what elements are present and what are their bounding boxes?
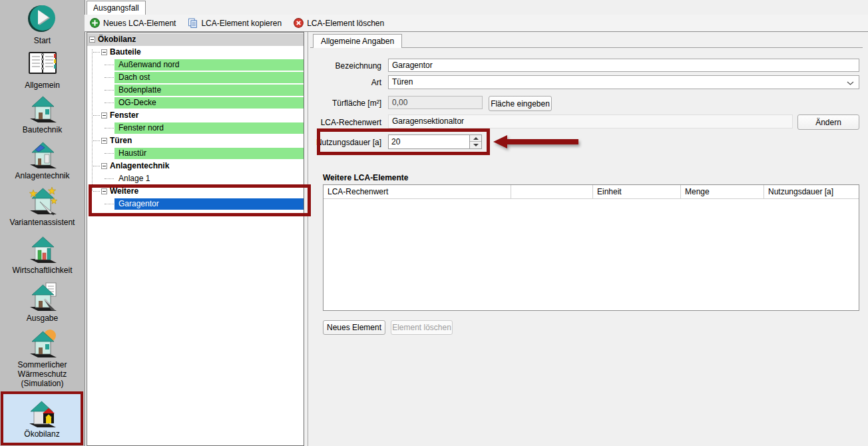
house-sun-icon (27, 328, 59, 358)
tree-item-band: OG-Decke (114, 97, 304, 109)
neues-element-button[interactable]: Neues Element (323, 320, 385, 335)
table-column-header[interactable]: Einheit (593, 185, 681, 198)
tree-item-band: Außenwand nord (114, 59, 304, 71)
sidebar-item-label: Variantenassistent (8, 218, 77, 227)
bezeichnung-label: Bezeichnung (305, 61, 381, 71)
toolbar-button-label: LCA-Element kopieren (201, 19, 282, 28)
bezeichnung-input[interactable] (388, 59, 859, 72)
art-select[interactable]: Türen (388, 75, 859, 89)
tree-item-band: Bodenplatte (114, 85, 304, 96)
sidebar-item-label: Allgemein (23, 81, 62, 90)
house-icon (27, 93, 59, 123)
tree-expander-icon[interactable] (101, 163, 107, 169)
spin-up-icon[interactable] (470, 135, 481, 142)
weitere-lca-elemente-table: LCA-RechenwertEinheitMengeNutzungsdauer … (323, 184, 859, 311)
tree-expander-icon[interactable] (89, 37, 95, 43)
sidebar-item-label: Anlagentechnik (13, 171, 71, 180)
toolbar-button-label: LCA-Element löschen (307, 19, 384, 28)
copy-icon (188, 18, 198, 28)
tree-item-og-decke[interactable]: OG-Decke (87, 97, 304, 109)
tree-item-außenwand-nord[interactable]: Außenwand nord (87, 59, 304, 71)
tree-item-anlage-1[interactable]: Anlage 1 (87, 172, 304, 185)
tree-item-label: Anlagentechnik (110, 161, 169, 170)
house-eco-icon (26, 398, 58, 429)
tree-item-label: Außenwand nord (118, 59, 304, 71)
sidebar-item-oekobilanz[interactable]: Ökobilanz (1, 391, 83, 445)
element-loeschen-button[interactable]: Element löschen (391, 320, 453, 335)
house-chart-icon (27, 233, 59, 264)
toolbar-button-label: Neues LCA-Element (103, 19, 176, 28)
tree-item-label: Anlage 1 (118, 173, 304, 184)
weitere-lca-elemente-title: Weitere LCA-Elemente (323, 173, 408, 182)
tree-item-band: Dach ost (114, 72, 304, 83)
table-column-header[interactable]: Nutzungsdauer [a] (764, 185, 859, 198)
tree-item-label: Türen (110, 136, 132, 145)
tree-item-label: Bodenplatte (118, 85, 304, 96)
sidebar-item-wirtschaftlichkeit[interactable]: Wirtschaftlichkeit (0, 233, 85, 275)
delete-circle-icon (294, 18, 304, 28)
sidebar-item-label: Start (32, 36, 53, 45)
flaeche-eingeben-button[interactable]: Fläche eingeben (489, 96, 552, 111)
spinner-buttons (469, 135, 481, 148)
tree-item-türen[interactable]: Türen (87, 134, 304, 147)
table-column-header[interactable]: Menge (681, 185, 764, 198)
annotation-arrow (493, 134, 580, 150)
nutzungsdauer-stepper[interactable] (388, 134, 482, 149)
tree-item-band: Garagentor (114, 198, 304, 210)
tree-item-fenster[interactable]: Fenster (87, 109, 304, 122)
lca-tree-panel: ÖkobilanzBauteileAußenwand nordDach ostB… (87, 32, 304, 446)
aendern-button[interactable]: Ändern (797, 114, 859, 130)
table-header-row: LCA-RechenwertEinheitMengeNutzungsdauer … (324, 185, 859, 199)
table-column-header[interactable] (511, 185, 593, 198)
tab-ausgangsfall[interactable]: Ausgangsfall (87, 1, 146, 15)
panel-splitter[interactable] (308, 32, 308, 446)
table-column-header[interactable]: LCA-Rechenwert (324, 185, 511, 198)
spin-down-icon[interactable] (470, 142, 481, 148)
tree-item-label: Fenster nord (118, 122, 304, 134)
sidebar-item-sommerlicher-waermeschutz[interactable]: Sommerlicher Wärmeschutz (Simulation) (0, 328, 85, 388)
tree-item-garagentor[interactable]: Garagentor (87, 198, 304, 210)
nutzungsdauer-input[interactable] (389, 135, 469, 148)
tree-item-label: Weitere (110, 186, 138, 196)
tree-item-ökobilanz[interactable]: Ökobilanz (87, 33, 304, 46)
sidebar-item-variantenassistent[interactable]: Variantenassistent (0, 185, 85, 227)
play-circle-icon (27, 3, 59, 34)
sidebar-item-allgemein[interactable]: Allgemein (0, 48, 85, 90)
tree-item-label: OG-Decke (118, 97, 304, 109)
tree-item-band: Fenster nord (114, 122, 304, 134)
house-solar-icon (27, 138, 59, 169)
tree-expander-icon[interactable] (101, 112, 107, 118)
tab-allgemeine-angaben[interactable]: Allgemeine Angaben (313, 34, 402, 48)
tree-expander-icon[interactable] (101, 49, 107, 55)
tree-expander-icon[interactable] (101, 188, 107, 194)
tree-item-haustür[interactable]: Haustür (87, 147, 304, 160)
tree-item-dach-ost[interactable]: Dach ost (87, 71, 304, 84)
sidebar-item-label: Wirtschaftlichkeit (10, 266, 74, 275)
add-circle-icon (90, 18, 100, 28)
sidebar-item-start[interactable]: Start (0, 3, 85, 45)
nutzungsdauer-label: Nutzungsdauer [a] (305, 138, 381, 147)
tree-item-bauteile[interactable]: Bauteile (87, 46, 304, 59)
house-stars-pen-icon (27, 185, 59, 216)
tree-expander-icon[interactable] (101, 138, 107, 144)
sidebar-item-anlagentechnik[interactable]: Anlagentechnik (0, 138, 85, 180)
sidebar-item-bautechnik[interactable]: Bautechnik (0, 93, 85, 134)
sidebar-item-label: Sommerlicher Wärmeschutz (Simulation) (0, 360, 85, 388)
house-document-icon (27, 281, 59, 312)
tree-item-label: Ökobilanz (98, 35, 136, 44)
tree-item-fenster-nord[interactable]: Fenster nord (87, 122, 304, 134)
tree-item-bodenplatte[interactable]: Bodenplatte (87, 84, 304, 97)
sidebar-item-label: Bautechnik (21, 125, 64, 134)
tree-item-label: Fenster (110, 111, 138, 120)
art-select-value: Türen (392, 77, 413, 87)
chevron-down-icon (847, 81, 854, 85)
tuerflaeche-label: Türfläche [m²] (305, 99, 381, 108)
delete-lca-element-button[interactable]: LCA-Element löschen (292, 17, 386, 29)
tree-item-weitere[interactable]: Weitere (87, 185, 304, 198)
notebook-icon (27, 48, 59, 79)
copy-lca-element-button[interactable]: LCA-Element kopieren (186, 17, 284, 29)
tuerflaeche-input (388, 96, 483, 109)
new-lca-element-button[interactable]: Neues LCA-Element (88, 17, 178, 29)
tree-item-anlagentechnik[interactable]: Anlagentechnik (87, 160, 304, 172)
sidebar-item-ausgabe[interactable]: Ausgabe (0, 281, 85, 323)
